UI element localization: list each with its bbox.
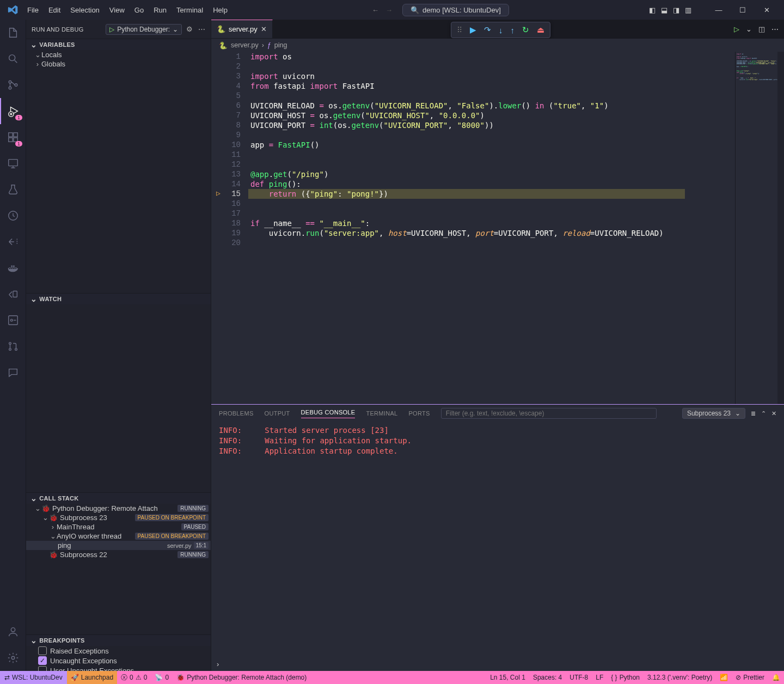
continue-icon[interactable]: ▶ <box>470 25 476 35</box>
command-center[interactable]: 🔍 demo [WSL: UbuntuDev] <box>402 4 509 16</box>
sb-errors[interactable]: ⓧ0⚠0 <box>117 673 151 682</box>
window-maximize-icon[interactable]: ☐ <box>731 2 755 18</box>
debug-config-select[interactable]: ▷ Python Debugger: ⌄ <box>106 24 182 35</box>
debug-console-output[interactable]: INFO: Started server process [23] INFO: … <box>211 422 784 657</box>
activity-extensions-icon[interactable]: 1 <box>0 124 26 150</box>
variables-globals[interactable]: ›Globals <box>26 59 211 69</box>
menu-selection[interactable]: Selection <box>66 4 103 16</box>
sb-launchpad[interactable]: 🚀Launchpad <box>67 671 117 684</box>
sb-indentation[interactable]: Spaces: 4 <box>529 674 566 681</box>
sb-ports[interactable]: 📡0 <box>151 674 173 681</box>
step-out-icon[interactable]: ↑ <box>510 26 514 35</box>
menu-run[interactable]: Run <box>149 4 171 16</box>
breadcrumb-function[interactable]: ping <box>274 41 287 49</box>
sb-interpreter[interactable]: 3.12.3 ('.venv': Poetry) <box>644 674 716 681</box>
menu-go[interactable]: Go <box>130 4 148 16</box>
callstack-mainthread[interactable]: › MainThread PAUSED <box>26 522 211 532</box>
callstack-root[interactable]: ⌄ 🐞 Python Debugger: Remote Attach RUNNI… <box>26 504 211 513</box>
section-callstack-header[interactable]: ⌄ CALL STACK <box>26 492 211 504</box>
callstack-subprocess-22[interactable]: 🐞 Subprocess 22 RUNNING <box>26 550 211 559</box>
section-breakpoints-header[interactable]: ⌄ BREAKPOINTS <box>26 634 211 646</box>
checkbox-unchecked-icon[interactable] <box>38 666 47 671</box>
layout-customize-icon[interactable]: ▥ <box>685 6 691 14</box>
activity-accounts-icon[interactable] <box>0 619 26 645</box>
nav-forward-icon[interactable]: → <box>385 6 393 14</box>
section-variables-header[interactable]: ⌄ VARIABLES <box>26 39 211 50</box>
sb-go-live[interactable]: 📶 <box>716 674 732 681</box>
activity-debug-icon[interactable]: 1 <box>0 98 26 124</box>
more-icon[interactable]: ⋯ <box>198 25 205 33</box>
run-dropdown-icon[interactable]: ⌄ <box>746 25 752 33</box>
menu-terminal[interactable]: Terminal <box>172 4 207 16</box>
minimap[interactable]: import os import uvicorn from fastapi im… <box>735 52 784 404</box>
sb-language[interactable]: { }Python <box>607 674 644 681</box>
minimap-scrollbar[interactable] <box>777 52 784 404</box>
checkbox-unchecked-icon[interactable] <box>38 646 47 655</box>
panel-tab-problems[interactable]: PROBLEMS <box>219 410 254 417</box>
activity-docker-icon[interactable] <box>0 255 26 281</box>
more-actions-icon[interactable]: ⋯ <box>771 25 779 33</box>
tree-view-icon[interactable]: ≣ <box>751 410 756 417</box>
tab-server-py[interactable]: 🐍 server.py ✕ <box>211 20 273 38</box>
sb-remote[interactable]: ⇄WSL: UbuntuDev <box>0 671 67 684</box>
restart-icon[interactable]: ↻ <box>522 25 529 35</box>
sb-eol[interactable]: LF <box>592 674 607 681</box>
menu-help[interactable]: Help <box>209 4 232 16</box>
sb-prettier[interactable]: ⊘Prettier <box>732 674 768 681</box>
panel-tab-debug-console[interactable]: DEBUG CONSOLE <box>301 409 356 418</box>
panel-tab-output[interactable]: OUTPUT <box>265 410 290 417</box>
step-into-icon[interactable]: ↓ <box>499 26 503 35</box>
tab-close-icon[interactable]: ✕ <box>261 25 267 33</box>
debug-session-select[interactable]: Subprocess 23 ⌄ <box>682 408 745 419</box>
menu-file[interactable]: File <box>23 4 43 16</box>
disconnect-icon[interactable]: ⏏ <box>537 25 544 35</box>
activity-remote-explorer-icon[interactable] <box>0 150 26 176</box>
window-minimize-icon[interactable]: — <box>707 2 731 18</box>
sb-cursor-pos[interactable]: Ln 15, Col 1 <box>486 674 529 681</box>
debug-toolbar[interactable]: ⠿ ▶ ↷ ↓ ↑ ↻ ⏏ <box>451 22 550 38</box>
callstack-anyio[interactable]: ⌄ AnyIO worker thread PAUSED ON BREAKPOI… <box>26 532 211 541</box>
activity-prs-icon[interactable] <box>0 333 26 359</box>
section-watch-header[interactable]: ⌄ WATCH <box>26 293 211 304</box>
step-over-icon[interactable]: ↷ <box>484 25 491 35</box>
activity-scm-icon[interactable] <box>0 72 26 98</box>
panel-maximize-icon[interactable]: ⌃ <box>761 410 766 417</box>
activity-explorer-icon[interactable] <box>0 20 26 46</box>
sb-notifications[interactable]: 🔔 <box>768 674 784 681</box>
layout-secondary-sidebar-icon[interactable]: ◨ <box>673 6 679 14</box>
breadcrumb-file[interactable]: server.py <box>231 41 259 49</box>
layout-panel-icon[interactable]: ⬓ <box>661 6 667 14</box>
callstack-frame-ping[interactable]: ping server.py 15:1 <box>26 541 211 550</box>
menu-view[interactable]: View <box>105 4 129 16</box>
bp-user-uncaught-exceptions[interactable]: User Uncaught Exceptions <box>26 665 211 671</box>
panel-tab-ports[interactable]: PORTS <box>408 410 430 417</box>
sb-encoding[interactable]: UTF-8 <box>566 674 592 681</box>
callstack-subprocess-23[interactable]: ⌄ 🐞 Subprocess 23 PAUSED ON BREAKPOINT <box>26 513 211 522</box>
activity-database-icon[interactable] <box>0 281 26 307</box>
code-editor[interactable]: ▷ 12345 678910 1112131415 1617181920 imp… <box>211 52 784 404</box>
checkbox-checked-icon[interactable]: ✓ <box>38 656 47 665</box>
panel-close-icon[interactable]: ✕ <box>771 410 776 417</box>
gripper-icon[interactable]: ⠿ <box>457 26 462 34</box>
layout-primary-sidebar-icon[interactable]: ◧ <box>649 6 656 14</box>
panel-tab-terminal[interactable]: TERMINAL <box>366 410 397 417</box>
run-file-icon[interactable]: ▷ <box>734 25 739 33</box>
activity-timeline-icon[interactable] <box>0 203 26 229</box>
activity-liveshare-icon[interactable] <box>0 229 26 255</box>
bp-uncaught-exceptions[interactable]: ✓ Uncaught Exceptions <box>26 656 211 665</box>
breadcrumb[interactable]: 🐍 server.py › ƒ ping <box>211 39 784 52</box>
bp-raised-exceptions[interactable]: Raised Exceptions <box>26 646 211 656</box>
activity-gitlens-icon[interactable] <box>0 307 26 333</box>
activity-chat-icon[interactable] <box>0 359 26 386</box>
activity-search-icon[interactable] <box>0 46 26 72</box>
activity-settings-icon[interactable] <box>0 645 26 671</box>
debug-console-input-icon[interactable]: › <box>217 660 219 668</box>
window-close-icon[interactable]: ✕ <box>755 2 779 18</box>
menu-edit[interactable]: Edit <box>44 4 65 16</box>
gear-icon[interactable]: ⚙ <box>186 25 193 33</box>
activity-testing-icon[interactable] <box>0 176 26 203</box>
debug-console-filter-input[interactable] <box>441 408 657 419</box>
variables-locals[interactable]: ⌄Locals <box>26 50 211 59</box>
split-editor-icon[interactable]: ◫ <box>758 25 765 33</box>
code-lines[interactable]: import os import uvicorn from fastapi im… <box>248 52 735 404</box>
